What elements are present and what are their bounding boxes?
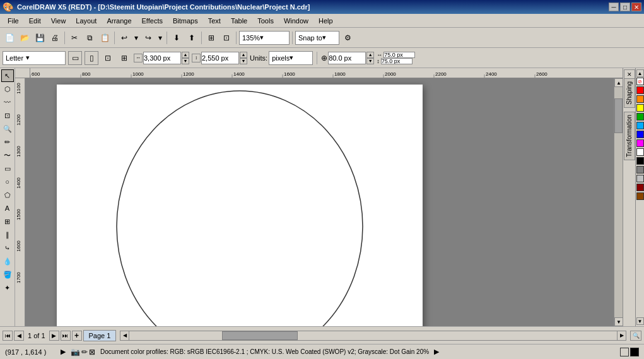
app-launcher-button[interactable]: ⊞ xyxy=(204,31,218,45)
menu-text[interactable]: Text xyxy=(203,16,226,26)
save-button[interactable]: 💾 xyxy=(33,31,47,45)
smartdraw-tool[interactable]: 〜 xyxy=(1,149,14,162)
scroll-down-button[interactable]: ▼ xyxy=(614,317,623,326)
page-prev-button[interactable]: ◀ xyxy=(14,331,24,341)
redo-button[interactable]: ↪ xyxy=(141,31,155,45)
menu-arrange[interactable]: Arrange xyxy=(102,16,136,26)
play-button[interactable]: ▶ xyxy=(61,348,66,356)
open-button[interactable]: 📂 xyxy=(18,31,32,45)
connector-tool[interactable]: ⤷ xyxy=(1,242,14,254)
export-button[interactable]: ⬆ xyxy=(185,31,199,45)
color-swatch-white[interactable] xyxy=(636,148,644,156)
page-first-button[interactable]: ⏮ xyxy=(3,331,13,341)
profile-arrow[interactable]: ▶ xyxy=(434,348,439,356)
app-launcher2-button[interactable]: ⊡ xyxy=(220,31,233,45)
color-swatch-brown[interactable] xyxy=(636,192,644,200)
color-swatch-blue[interactable] xyxy=(636,131,644,138)
zoom-dropdown[interactable]: 135%▾ xyxy=(239,31,290,45)
paste-button[interactable]: 📋 xyxy=(98,31,112,45)
menu-edit[interactable]: Edit xyxy=(24,16,46,26)
cut-button[interactable]: ✂ xyxy=(67,31,81,45)
palette-scroll-down[interactable]: ▼ xyxy=(636,317,644,325)
color-swatch-magenta[interactable] xyxy=(636,139,644,147)
import-button[interactable]: ⬇ xyxy=(170,31,184,45)
color-swatch-red[interactable] xyxy=(636,86,644,94)
width-input[interactable] xyxy=(143,52,181,64)
select-tool[interactable]: ↖ xyxy=(1,69,14,82)
app-close-button[interactable]: ✕ xyxy=(631,3,641,11)
add-page-button[interactable]: + xyxy=(72,331,82,341)
print-button[interactable]: 🖨 xyxy=(48,31,62,45)
scroll-track-v[interactable] xyxy=(614,87,623,317)
portrait-button[interactable]: ▭ xyxy=(68,51,82,65)
x-spin[interactable]: ▲ ▼ xyxy=(366,52,374,64)
menu-help[interactable]: Help xyxy=(313,16,338,26)
text-tool[interactable]: A xyxy=(1,202,14,215)
ellipse-tool[interactable]: ○ xyxy=(1,175,14,188)
hscroll-right-btn[interactable]: ▶ xyxy=(617,331,626,340)
undo-dropdown[interactable]: ▾ xyxy=(132,31,140,45)
horizontal-scrollbar[interactable]: ◀ ▶ xyxy=(120,331,626,341)
color-swatch-orange[interactable] xyxy=(636,95,644,103)
menu-bitmaps[interactable]: Bitmaps xyxy=(168,16,203,26)
hscroll-thumb[interactable] xyxy=(222,331,298,340)
menu-window[interactable]: Window xyxy=(279,16,313,26)
menu-effects[interactable]: Effects xyxy=(137,16,168,26)
page-tab[interactable]: Page 1 xyxy=(83,330,117,341)
color-swatch-cyan[interactable] xyxy=(636,122,644,129)
height-input[interactable] xyxy=(201,52,239,64)
shape-tool[interactable]: ⬡ xyxy=(1,83,14,95)
crop-tool[interactable]: ⊡ xyxy=(1,109,14,122)
menu-layout[interactable]: Layout xyxy=(71,16,102,26)
no-fill-swatch[interactable]: ⊘ xyxy=(636,78,644,85)
canvas-area[interactable] xyxy=(25,78,614,326)
landscape-button[interactable]: ▯ xyxy=(85,51,98,65)
paper-size-dropdown[interactable]: Letter ▾ xyxy=(3,51,66,65)
new-button[interactable]: 📄 xyxy=(3,31,16,45)
zoom-tool[interactable]: 🔍 xyxy=(1,122,14,135)
freehand-tool[interactable]: ✏ xyxy=(1,136,14,148)
color-swatch-black[interactable] xyxy=(636,157,644,165)
transformation-panel-tab[interactable]: Transformation xyxy=(624,112,635,160)
color-swatch-darkred[interactable] xyxy=(636,184,644,191)
menu-table[interactable]: Table xyxy=(226,16,252,26)
redo-dropdown[interactable]: ▾ xyxy=(156,31,164,45)
hscroll-left-btn[interactable]: ◀ xyxy=(120,331,129,340)
snap-options-button[interactable]: ⚙ xyxy=(341,31,354,45)
shaping-close-btn[interactable]: ✕ xyxy=(624,70,635,79)
color-swatch-lightgray[interactable] xyxy=(636,175,644,182)
smear-tool[interactable]: 〰 xyxy=(1,96,14,109)
scroll-up-button[interactable]: ▲ xyxy=(614,78,623,87)
shaping-panel-tab[interactable]: ✕ Shaping xyxy=(624,69,635,108)
rectangle-tool[interactable]: ▭ xyxy=(1,162,14,175)
menu-view[interactable]: View xyxy=(46,16,71,26)
resize-page-button[interactable]: ⊡ xyxy=(101,51,115,65)
menu-file[interactable]: File xyxy=(3,16,24,26)
vertical-scrollbar[interactable]: ▲ ▼ xyxy=(614,78,623,326)
color-swatch-gray[interactable] xyxy=(636,166,644,174)
nudge-x-input[interactable] xyxy=(383,52,415,58)
fill-tool[interactable]: 🪣 xyxy=(1,268,14,281)
page-layout-button[interactable]: ⊞ xyxy=(117,51,131,65)
zoom-fit-button[interactable]: 🔍 xyxy=(630,331,641,341)
page-next-button[interactable]: ▶ xyxy=(49,331,59,341)
dropper-tool[interactable]: 💧 xyxy=(1,255,14,268)
palette-scroll-up[interactable]: ▲ xyxy=(636,69,644,77)
units-dropdown[interactable]: pixels▾ xyxy=(269,51,313,65)
height-spin[interactable]: ▲ ▼ xyxy=(240,52,247,64)
polygon-tool[interactable]: ⬠ xyxy=(1,189,14,201)
parallel-tool[interactable]: ∥ xyxy=(1,228,14,241)
page-last-button[interactable]: ⏭ xyxy=(61,331,71,341)
table-tool[interactable]: ⊞ xyxy=(1,215,14,228)
menu-tools[interactable]: Tools xyxy=(252,16,279,26)
app-restore-button[interactable]: □ xyxy=(620,3,630,11)
app-minimize-button[interactable]: ─ xyxy=(609,3,619,11)
color-swatch-yellow[interactable] xyxy=(636,104,644,112)
copy-button[interactable]: ⧉ xyxy=(83,31,97,45)
nudge-y-input[interactable] xyxy=(381,58,413,64)
snap-dropdown[interactable]: Snap to ▾ xyxy=(295,31,339,45)
x-position-input[interactable] xyxy=(328,52,366,64)
color-swatch-green[interactable] xyxy=(636,113,644,121)
width-spin[interactable]: ▲ ▼ xyxy=(182,52,189,64)
interactive-tool[interactable]: ✦ xyxy=(1,281,14,294)
